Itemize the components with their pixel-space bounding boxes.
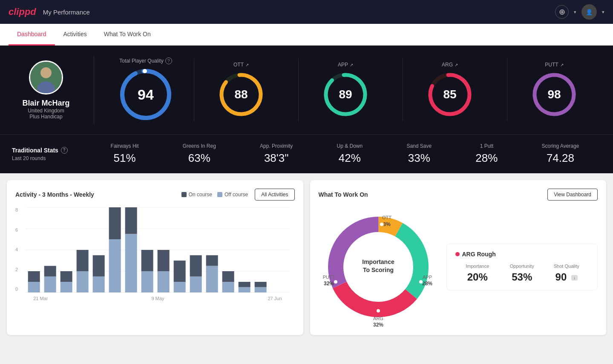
stat-up-down: Up & Down 42%	[337, 143, 363, 165]
metric-opportunity: Opportunity 53%	[500, 264, 544, 283]
stat-greens: Greens In Reg 63%	[183, 143, 216, 165]
svg-rect-34	[141, 250, 153, 271]
ott-value: 88	[234, 88, 248, 101]
svg-rect-19	[28, 282, 40, 292]
score-arg: ARG ↗ 85	[403, 58, 497, 121]
svg-rect-20	[28, 271, 40, 282]
nav-tabs: Dashboard Activities What To Work On	[0, 24, 613, 46]
trad-help-icon: ?	[61, 147, 68, 154]
svg-rect-28	[93, 255, 105, 277]
activity-card-header: Activity - 3 Months - Weekly On course O…	[15, 189, 295, 201]
svg-point-67	[334, 280, 338, 284]
all-activities-button[interactable]: All Activities	[255, 189, 294, 201]
header-left: clippd My Performance	[9, 6, 90, 17]
ott-arrow-icon: ↗	[245, 63, 249, 67]
info-metrics: Importance 20% Opportunity 53% Shot Qual…	[455, 264, 589, 283]
svg-rect-44	[222, 271, 234, 282]
header: clippd My Performance ⊕ ▾ 👤 ▾	[0, 0, 613, 24]
view-dashboard-button[interactable]: View Dashboard	[547, 189, 598, 201]
svg-rect-35	[158, 271, 170, 292]
svg-rect-22	[44, 266, 56, 277]
trad-info: Traditional Stats ? Last 20 rounds	[12, 147, 89, 161]
ott-label: OTT ↗	[233, 62, 249, 68]
score-ott: OTT ↗ 88	[194, 58, 288, 121]
logo: clippd	[9, 6, 36, 17]
svg-text:28%: 28%	[422, 281, 432, 287]
svg-rect-36	[158, 250, 170, 271]
add-button[interactable]: ⊕	[555, 5, 569, 19]
main-content: Activity - 3 Months - Weekly On course O…	[0, 173, 613, 342]
x-axis-labels: 21 Mar 9 May 27 Jun	[20, 294, 294, 301]
header-title: My Performance	[43, 9, 90, 16]
on-course-dot	[181, 192, 187, 197]
stat-sand-save: Sand Save 33%	[406, 143, 432, 165]
y-axis: 8 6 4 2 0	[15, 207, 20, 301]
arg-label: ARG ↗	[442, 62, 458, 68]
player-name: Blair McHarg	[22, 99, 69, 108]
total-quality-value: 94	[138, 86, 154, 103]
ott-ring: 88	[218, 71, 265, 118]
app-label: APP ↗	[338, 62, 353, 68]
metric-importance: Importance 20%	[455, 264, 500, 283]
work-on-title: What To Work On	[319, 191, 368, 198]
plus-icon: ⊕	[559, 7, 565, 17]
svg-rect-24	[60, 271, 72, 282]
trad-title: Traditional Stats ?	[12, 147, 89, 154]
arg-rough-card: ARG Rough Importance 20% Opportunity 53%…	[446, 244, 598, 290]
svg-rect-45	[239, 287, 250, 293]
trad-subtitle: Last 20 rounds	[12, 155, 89, 161]
work-on-card: What To Work On View Dashboard	[310, 180, 607, 335]
stat-fairways: Fairways Hit 51%	[111, 143, 139, 165]
svg-text:ARG: ARG	[373, 316, 383, 321]
svg-rect-30	[109, 207, 121, 239]
score-putt: PUTT ↗ 98	[507, 58, 601, 121]
svg-rect-32	[125, 207, 137, 234]
total-quality-ring: 94	[118, 67, 173, 122]
svg-text:Importance: Importance	[362, 258, 394, 265]
help-icon: ?	[165, 57, 172, 64]
app-ring: 89	[322, 71, 369, 118]
svg-rect-25	[77, 271, 89, 292]
score-app: APP ↗ 89	[298, 58, 392, 121]
metric-shot-quality: Shot Quality 90 ↓	[544, 264, 589, 283]
total-quality-section: Total Player Quality ? 94	[108, 57, 184, 122]
donut-section: Importance To Scoring OTT 8% APP 28% ARG…	[319, 207, 438, 327]
putt-label: PUTT ↗	[545, 62, 563, 68]
legend-off-course: Off course	[217, 192, 248, 198]
svg-point-65	[419, 280, 423, 284]
tab-dashboard[interactable]: Dashboard	[9, 24, 55, 46]
svg-text:PUTT: PUTT	[322, 275, 335, 280]
chart-with-axis: 8 6 4 2 0	[15, 207, 295, 301]
svg-rect-29	[109, 239, 121, 292]
player-banner: Blair McHarg United Kingdom Plus Handica…	[0, 46, 613, 134]
shot-quality-badge: ↓	[571, 275, 578, 281]
avatar-icon: 👤	[586, 9, 593, 15]
svg-text:OTT: OTT	[382, 215, 391, 220]
traditional-stats-section: Traditional Stats ? Last 20 rounds Fairw…	[0, 134, 613, 173]
trad-stats-list: Fairways Hit 51% Greens In Reg 63% App. …	[89, 143, 601, 165]
svg-text:APP: APP	[422, 275, 432, 280]
donut-svg: Importance To Scoring OTT 8% APP 28% ARG…	[319, 207, 438, 327]
svg-rect-23	[60, 282, 72, 292]
work-on-card-header: What To Work On View Dashboard	[319, 189, 598, 201]
app-value: 89	[339, 88, 352, 101]
stat-scoring-avg: Scoring Average 74.28	[542, 143, 579, 165]
player-info: Blair McHarg United Kingdom Plus Handica…	[12, 60, 80, 120]
putt-arrow-icon: ↗	[560, 63, 564, 67]
stat-one-putt: 1 Putt 28%	[475, 143, 498, 165]
tab-what-to-work-on[interactable]: What To Work On	[95, 24, 159, 46]
arg-rough-color-dot	[455, 252, 460, 256]
avatar-button[interactable]: 👤	[581, 4, 597, 20]
svg-rect-40	[190, 255, 202, 277]
svg-rect-46	[239, 282, 250, 287]
activity-card: Activity - 3 Months - Weekly On course O…	[7, 180, 303, 335]
svg-text:32%: 32%	[323, 281, 334, 287]
divider	[94, 56, 94, 124]
svg-point-64	[380, 222, 384, 226]
svg-rect-42	[206, 255, 218, 266]
tab-activities[interactable]: Activities	[55, 24, 95, 46]
work-on-content: Importance To Scoring OTT 8% APP 28% ARG…	[319, 207, 598, 327]
header-right: ⊕ ▾ 👤 ▾	[555, 4, 604, 20]
svg-point-66	[376, 309, 380, 313]
chart-body: 21 Mar 9 May 27 Jun	[20, 207, 294, 301]
